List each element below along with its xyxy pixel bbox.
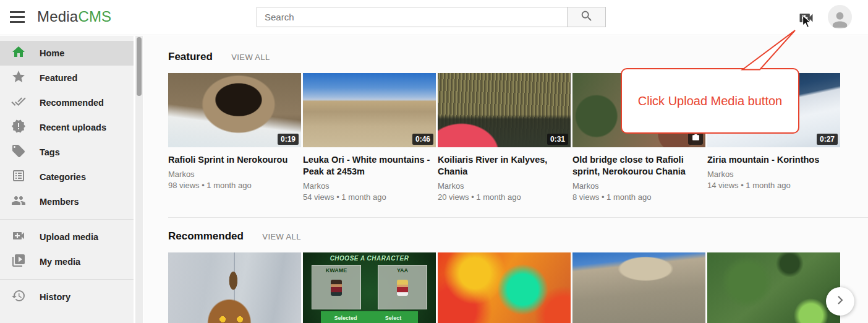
mouse-cursor (802, 15, 814, 32)
media-author[interactable]: Markos (707, 170, 840, 179)
video-thumbnail[interactable]: 0:31 (438, 73, 571, 147)
section-title-recommended: Recommended (168, 230, 244, 243)
media-card[interactable]: CHOOSE A CHARACTER KWAME Selected YAA Se… (303, 252, 436, 323)
chevron-right-icon (833, 293, 848, 310)
search-button[interactable] (567, 7, 606, 27)
character-sprite (397, 280, 408, 296)
recommended-section-header: Recommended VIEW ALL (143, 218, 868, 243)
media-card[interactable]: 0:46 Leuka Ori - White mountains - Peak … (303, 73, 436, 202)
sidebar-scrollbar-thumb[interactable] (137, 37, 142, 96)
duration-badge: 0:27 (817, 134, 838, 145)
logo-cms-text: CMS (78, 8, 111, 25)
duration-badge: 0:19 (278, 134, 299, 145)
media-title[interactable]: Old bridge close to Rafioli sprint, Nero… (572, 154, 705, 178)
sidebar-divider (0, 219, 134, 220)
sidebar-label: Categories (40, 172, 86, 182)
featured-section-header: Featured VIEW ALL (143, 36, 868, 63)
video-thumbnail[interactable] (168, 252, 301, 323)
sidebar-body: Home Featured Recommended Recent uploads… (0, 36, 134, 323)
media-title[interactable]: Ziria mountain - Korinthos (707, 154, 840, 166)
sidebar-item-my-media[interactable]: My media (0, 249, 134, 274)
sidebar-label: Featured (40, 73, 77, 83)
sidebar-label: Recent uploads (40, 123, 106, 132)
media-author[interactable]: Markos (168, 170, 301, 179)
media-card[interactable] (168, 252, 301, 323)
sidebar-label: Upload media (40, 232, 98, 242)
section-title-featured: Featured (168, 51, 213, 63)
video-library-icon (11, 253, 26, 270)
media-meta: 54 views • 1 month ago (303, 192, 436, 202)
duration-badge: 0:46 (412, 134, 433, 145)
featured-view-all-link[interactable]: VIEW ALL (231, 53, 270, 62)
carousel-next-button[interactable] (826, 287, 854, 316)
sidebar-label: Recommended (40, 98, 104, 108)
media-title[interactable]: Koiliaris River in Kalyves, Chania (438, 154, 571, 178)
sidebar-item-home[interactable]: Home (0, 41, 134, 66)
media-card[interactable] (707, 252, 840, 323)
sidebar-label: History (40, 292, 70, 302)
recommended-view-all-link[interactable]: VIEW ALL (262, 232, 300, 241)
people-icon (11, 193, 26, 210)
sidebar-item-upload-media[interactable]: Upload media (0, 225, 134, 249)
camera-icon (692, 133, 700, 144)
thumbnail-panel: YAA Select (378, 265, 427, 309)
media-meta: 20 views • 1 month ago (438, 192, 571, 202)
hamburger-menu-icon[interactable] (10, 11, 25, 24)
app-logo[interactable]: MediaCMS (37, 8, 111, 25)
sidebar-item-featured[interactable]: Featured (0, 66, 134, 90)
star-icon (11, 69, 26, 87)
sidebar-item-categories[interactable]: Categories (0, 165, 134, 189)
search-icon (580, 9, 594, 25)
character-sprite (331, 280, 342, 296)
duration-badge: 0:31 (547, 134, 568, 145)
media-card[interactable] (572, 252, 705, 323)
video-thumbnail[interactable]: 0:19 (168, 73, 301, 147)
annotation-text: Click Upload Media button (638, 94, 782, 108)
media-title[interactable]: Rafioli Sprint in Nerokourou (168, 154, 301, 166)
media-card[interactable] (438, 252, 571, 323)
sidebar-scrollbar[interactable] (135, 36, 143, 323)
media-card[interactable]: 0:31 Koiliaris River in Kalyves, Chania … (438, 73, 571, 202)
new-releases-icon (11, 119, 26, 136)
sidebar-item-recent-uploads[interactable]: Recent uploads (0, 115, 134, 140)
media-author[interactable]: Markos (572, 181, 705, 191)
annotation-callout: Click Upload Media button (621, 68, 799, 134)
sidebar-label: Members (40, 197, 79, 207)
search-input[interactable] (257, 7, 567, 27)
video-thumbnail[interactable] (572, 252, 705, 323)
sidebar-divider (0, 279, 134, 280)
thumbnail-text: YAA (378, 267, 427, 273)
media-meta: 14 views • 1 month ago (707, 181, 840, 190)
sidebar-label: My media (40, 257, 80, 267)
video-thumbnail[interactable]: 0:46 (303, 73, 436, 147)
double-check-icon (11, 94, 26, 111)
video-thumbnail[interactable] (707, 252, 840, 323)
media-author[interactable]: Markos (438, 181, 571, 191)
thumbnail-text: Select (368, 311, 418, 323)
media-title[interactable]: Leuka Ori - White mountains - Peak at 24… (303, 154, 436, 178)
sidebar-item-history[interactable]: History (0, 285, 134, 309)
search-bar (257, 7, 606, 27)
sidebar-item-recommended[interactable]: Recommended (0, 90, 134, 115)
thumbnail-text: CHOOSE A CHARACTER (303, 255, 436, 262)
top-bar: MediaCMS (0, 0, 868, 35)
user-avatar[interactable] (828, 5, 852, 29)
thumbnail-panel: KWAME Selected (312, 265, 361, 309)
sidebar: Home Featured Recommended Recent uploads… (0, 36, 143, 323)
video-thumbnail[interactable] (438, 252, 571, 323)
video-call-icon (11, 228, 26, 246)
tag-icon (11, 144, 26, 161)
video-thumbnail[interactable]: CHOOSE A CHARACTER KWAME Selected YAA Se… (303, 252, 436, 323)
list-icon (11, 168, 26, 186)
thumbnail-text: KWAME (312, 267, 360, 273)
sidebar-item-tags[interactable]: Tags (0, 140, 134, 165)
media-meta: 8 views • 1 month ago (572, 192, 705, 202)
home-icon (11, 45, 26, 62)
thumbnail-text: Selected (321, 311, 370, 323)
photo-badge (688, 132, 703, 145)
media-card[interactable]: 0:19 Rafioli Sprint in Nerokourou Markos… (168, 73, 301, 202)
sidebar-item-members[interactable]: Members (0, 189, 134, 214)
history-icon (11, 288, 26, 306)
media-author[interactable]: Markos (303, 181, 436, 191)
media-meta: 98 views • 1 month ago (168, 181, 301, 190)
